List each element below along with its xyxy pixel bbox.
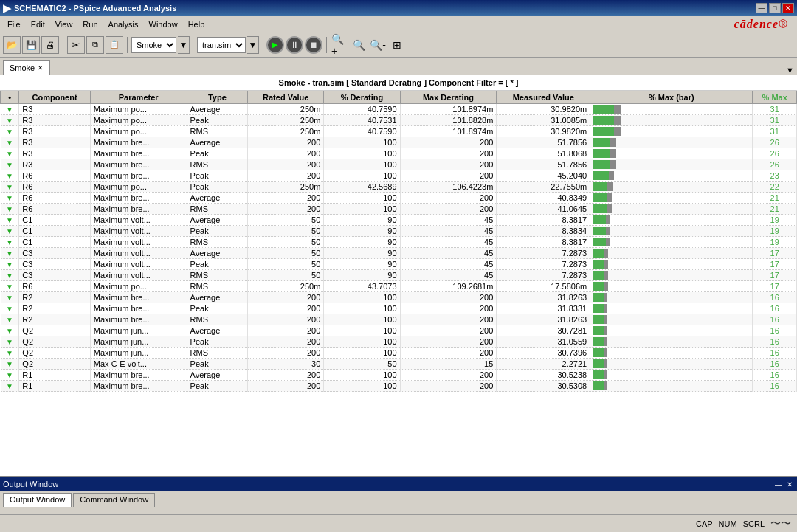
row-derating: 100 — [324, 193, 400, 204]
row-max-derating: 101.8828m — [400, 115, 497, 126]
row-component: R3 — [19, 126, 90, 137]
table-row: ▼ R2 Maximum bre... Peak 200 100 200 31.… — [1, 303, 797, 314]
col-header-rated[interactable]: Rated Value — [248, 91, 324, 104]
maximize-button[interactable]: □ — [769, 3, 781, 13]
menu-edit[interactable]: Edit — [27, 18, 49, 30]
row-component: C1 — [19, 237, 90, 248]
output-tab-command[interactable]: Command Window — [73, 493, 155, 507]
row-pct: 16 — [753, 292, 797, 303]
table-row: ▼ R2 Maximum bre... RMS 200 100 200 31.8… — [1, 314, 797, 325]
col-header-max-derating[interactable]: Max Derating — [400, 91, 497, 104]
row-bar — [590, 159, 753, 170]
tab-scroll[interactable]: ▼ — [786, 66, 797, 75]
col-header-type[interactable]: Type — [187, 91, 248, 104]
output-title-controls[interactable]: — ✕ — [773, 480, 794, 488]
title-bar-controls[interactable]: — □ ✕ — [756, 3, 794, 13]
row-dot: ▼ — [1, 259, 19, 270]
row-dot: ▼ — [1, 115, 19, 126]
zoom-fit-button[interactable]: ⊞ — [388, 36, 406, 54]
tab-smoke[interactable]: Smoke ✕ — [3, 60, 50, 75]
row-dot: ▼ — [1, 159, 19, 170]
zoom-in2-button[interactable]: 🔍 — [350, 36, 368, 54]
copy-button[interactable]: ⧉ — [86, 36, 104, 54]
row-parameter: Maximum jun... — [90, 348, 187, 359]
output-title-label: Output Window — [3, 480, 58, 488]
menu-window[interactable]: Window — [145, 18, 182, 30]
row-parameter: Maximum volt... — [90, 215, 187, 226]
smoke-select[interactable]: Smoke — [131, 37, 176, 53]
row-bar — [590, 126, 753, 137]
col-header-measured[interactable]: Measured Value — [497, 91, 590, 104]
pause-button[interactable]: ⏸ — [286, 36, 303, 54]
row-pct: 17 — [753, 248, 797, 259]
row-max-derating: 106.4223m — [400, 182, 497, 193]
row-pct: 21 — [753, 193, 797, 204]
output-close-btn[interactable]: ✕ — [785, 480, 794, 488]
row-rated: 250m — [248, 182, 324, 193]
col-header-component[interactable]: Component — [19, 91, 90, 104]
row-bar — [590, 348, 753, 359]
open-button[interactable]: 📂 — [3, 36, 21, 54]
row-component: R6 — [19, 170, 90, 182]
row-max-derating: 109.2681m — [400, 281, 497, 292]
row-component: R2 — [19, 303, 90, 314]
zoom-out-button[interactable]: 🔍- — [369, 36, 387, 54]
row-max-derating: 15 — [400, 359, 497, 370]
row-type: RMS — [187, 314, 248, 325]
menu-view[interactable]: View — [51, 18, 77, 30]
data-table-container[interactable]: • Component Parameter Type Rated Value %… — [0, 91, 797, 476]
print-button[interactable]: 🖨 — [41, 36, 59, 54]
row-pct: 26 — [753, 137, 797, 148]
menu-help[interactable]: Help — [184, 18, 210, 30]
table-row: ▼ C3 Maximum volt... Average 50 90 45 7.… — [1, 248, 797, 259]
zoom-in-button[interactable]: 🔍+ — [331, 36, 348, 54]
row-rated: 200 — [248, 370, 324, 381]
row-pct: 16 — [753, 381, 797, 392]
stop-button[interactable]: ⏹ — [305, 36, 322, 54]
row-bar — [590, 281, 753, 292]
col-header-parameter[interactable]: Parameter — [90, 91, 187, 104]
table-row: ▼ R6 Maximum bre... Average 200 100 200 … — [1, 193, 797, 204]
row-measured: 51.7856 — [497, 137, 590, 148]
output-tab-output[interactable]: Output Window — [3, 493, 72, 507]
smoke-dropdown-btn[interactable]: ▼ — [178, 36, 190, 54]
tab-bar: Smoke ✕ ▼ — [0, 58, 797, 75]
row-bar — [590, 215, 753, 226]
row-dot: ▼ — [1, 336, 19, 348]
row-measured: 30.7281 — [497, 325, 590, 336]
row-component: R3 — [19, 104, 90, 115]
row-derating: 100 — [324, 314, 400, 325]
save-button[interactable]: 💾 — [22, 36, 40, 54]
row-max-derating: 200 — [400, 303, 497, 314]
row-max-derating: 200 — [400, 325, 497, 336]
paste-button[interactable]: 📋 — [106, 36, 123, 54]
row-component: R3 — [19, 137, 90, 148]
menu-run[interactable]: Run — [78, 18, 102, 30]
sim-dropdown-btn[interactable]: ▼ — [247, 36, 259, 54]
tab-smoke-close[interactable]: ✕ — [38, 64, 44, 72]
col-header-pct[interactable]: % Max — [753, 91, 797, 104]
title-bar-left: ▶ SCHEMATIC2 - PSpice Advanced Analysis — [3, 2, 176, 14]
close-button[interactable]: ✕ — [782, 3, 794, 13]
row-max-derating: 101.8974m — [400, 104, 497, 115]
col-header-derating[interactable]: % Derating — [324, 91, 400, 104]
run-button[interactable]: ▶ — [266, 36, 284, 54]
row-max-derating: 45 — [400, 270, 497, 281]
menu-analysis[interactable]: Analysis — [104, 18, 143, 30]
output-minimize-btn[interactable]: — — [773, 480, 784, 488]
row-dot: ▼ — [1, 137, 19, 148]
row-dot: ▼ — [1, 303, 19, 314]
row-max-derating: 101.8974m — [400, 126, 497, 137]
row-measured: 7.2873 — [497, 259, 590, 270]
cut-button[interactable]: ✂ — [67, 36, 85, 54]
menu-file[interactable]: File — [3, 18, 25, 30]
minimize-button[interactable]: — — [756, 3, 767, 13]
row-parameter: Maximum bre... — [90, 159, 187, 170]
table-row: ▼ R3 Maximum po... Peak 250m 40.7531 101… — [1, 115, 797, 126]
row-type: Average — [187, 292, 248, 303]
sim-select[interactable]: tran.sim — [197, 37, 246, 53]
row-bar — [590, 248, 753, 259]
row-dot: ▼ — [1, 270, 19, 281]
row-bar — [590, 170, 753, 182]
row-parameter: Maximum volt... — [90, 270, 187, 281]
